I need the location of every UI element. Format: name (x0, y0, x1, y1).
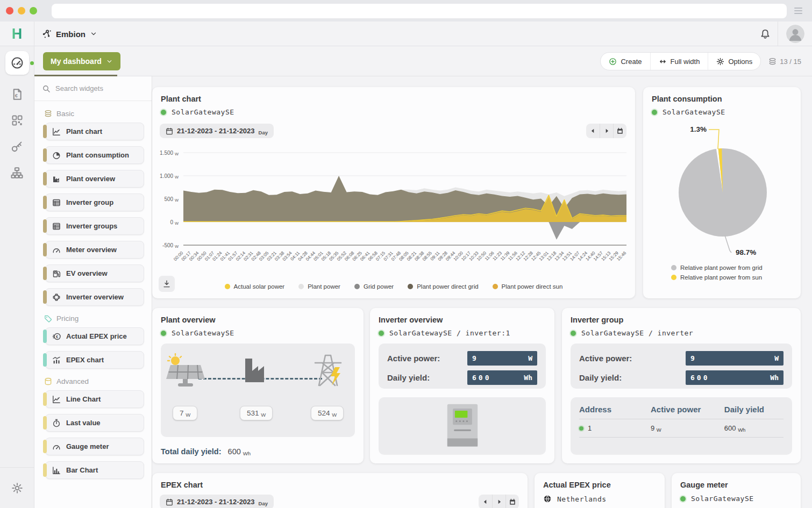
notifications-bell-icon[interactable] (753, 28, 778, 39)
chart-legend: Actual solar powerPlant powerGrid powerP… (152, 283, 635, 290)
inverter-group-widget: Inverter group SolarGatewaySE / inverter… (562, 308, 801, 463)
widget-title: Plant chart (161, 95, 201, 103)
layers3-icon (44, 110, 52, 118)
widget-item-gauge-meter[interactable]: Gauge meter (45, 438, 144, 455)
org-nodes-icon (42, 29, 52, 39)
bar-chart-icon-icon (52, 466, 61, 475)
prev-period-button[interactable] (586, 124, 600, 138)
prev-period-button[interactable] (479, 495, 492, 508)
device-name: SolarGatewaySE (172, 329, 234, 337)
dashboard-actions: Create Full width Options (600, 52, 761, 70)
gear-icon (716, 58, 724, 66)
org-switcher[interactable]: Embion (42, 22, 97, 46)
pick-date-button[interactable] (613, 124, 626, 138)
dashboard-canvas: Plant chart SolarGatewaySE 21-12-2023 - … (152, 76, 812, 508)
svg-text:€: € (56, 334, 59, 339)
next-period-button[interactable] (492, 495, 505, 508)
legend-item-plant-power-direct-sun[interactable]: Plant power direct sun (493, 283, 563, 290)
widget-sidebar: BasicPlant chartPlant consumptionPlant o… (34, 76, 152, 508)
nav-dashboard-active[interactable] (5, 51, 29, 75)
widget-item-meter-overview[interactable]: Meter overview (45, 241, 144, 259)
user-avatar[interactable] (786, 25, 804, 43)
chev-down-icon (90, 30, 97, 38)
chart-nav (479, 495, 519, 508)
settings-gear-icon[interactable] (0, 467, 34, 508)
actual-epex-price-widget: Actual EPEX price Netherlands (535, 473, 665, 508)
widget-item-plant-chart[interactable]: Plant chart (45, 123, 144, 140)
search-icon (42, 84, 51, 93)
next-period-button[interactable] (600, 124, 613, 138)
app-logo[interactable]: H (0, 22, 34, 46)
legend-item-relative-plant-power-from-grid[interactable]: Relative plant power from grid (671, 264, 763, 271)
nav-apps-icon[interactable] (11, 115, 23, 126)
plant-chart-plot: 1.500 W1.000 W500 W0 W-500 W00:0000:1700… (158, 142, 631, 274)
calendar-icon (166, 127, 173, 135)
sidebar-section-advanced: Advanced (44, 377, 152, 385)
widget-item-epex-chart[interactable]: EPEX chart (45, 351, 144, 369)
solar-panel-icon (165, 353, 206, 389)
nav-topology-icon[interactable] (11, 167, 23, 179)
meter-sm-icon (52, 246, 61, 254)
tree-icon (11, 167, 23, 179)
widget-item-inverter-overview[interactable]: Inverter overview (45, 288, 144, 306)
nodes-icon (42, 29, 52, 39)
widget-item-actual-epex-price[interactable]: €Actual EPEX price (45, 327, 144, 345)
speedo-icon (11, 56, 24, 69)
full-width-button[interactable]: Full width (650, 53, 708, 70)
legend-item-relative-plant-power-from-sun[interactable]: Relative plant power from sun (671, 274, 763, 281)
row-status-dot (579, 426, 583, 431)
chev-down-icon (106, 58, 113, 65)
status-dot (161, 331, 166, 336)
nav-active-dot (30, 61, 34, 65)
widget-item-plant-consumption[interactable]: Plant consumption (45, 146, 144, 164)
nav-rail: € (0, 46, 34, 508)
widget-item-ev-overview[interactable]: EV overview (45, 264, 144, 282)
epex-chart-widget: EPEX chart 21-12-2023 - 21-12-2023 Day (152, 473, 528, 508)
legend-item-plant-power-direct-grid[interactable]: Plant power direct grid (408, 283, 478, 290)
svg-text:98.7%: 98.7% (736, 248, 756, 256)
pie-legend: Relative plant power from gridRelative p… (671, 264, 763, 281)
db-icon (44, 377, 52, 385)
date-range-button[interactable]: 21-12-2023 - 21-12-2023 Day (160, 124, 274, 138)
pick-date-button[interactable] (505, 495, 519, 508)
widget-title: Actual EPEX price (543, 481, 611, 489)
legend-item-plant-power[interactable]: Plant power (298, 283, 340, 290)
line-chart-icon (52, 395, 61, 404)
nav-billing-icon[interactable]: € (11, 88, 23, 101)
browser-chrome (0, 0, 812, 22)
url-bar[interactable] (52, 4, 787, 18)
widget-item-inverter-group[interactable]: Inverter group (45, 194, 144, 211)
active-power-value: 9W (686, 351, 783, 366)
legend-item-grid-power[interactable]: Grid power (354, 283, 394, 290)
widget-item-inverter-groups[interactable]: Inverter groups (45, 217, 144, 235)
table-row[interactable]: 1 9 W 600 Wh (579, 419, 783, 438)
inverter-table-panel: Address Active power Daily yield 1 9 W 6… (571, 397, 792, 455)
search-input[interactable] (55, 84, 136, 92)
options-button[interactable]: Options (708, 53, 760, 70)
nav-access-icon[interactable] (11, 140, 23, 153)
region-name: Netherlands (557, 495, 607, 503)
meter-sm-icon (52, 442, 61, 451)
widget-item-plant-overview[interactable]: Plant overview (45, 170, 144, 188)
widget-item-bar-chart[interactable]: Bar Chart (45, 461, 144, 479)
my-dashboard-button[interactable]: My dashboard (43, 52, 120, 70)
minimize-window-button[interactable] (18, 7, 25, 15)
widget-item-line-chart[interactable]: Line Chart (45, 390, 144, 408)
widget-item-last-value[interactable]: Last value (45, 414, 144, 432)
layers3-icon (768, 58, 777, 66)
date-range-button[interactable]: 21-12-2023 - 21-12-2023 Day (160, 495, 274, 508)
stopwatch-icon (52, 419, 61, 427)
create-button[interactable]: Create (601, 53, 650, 70)
key-icon (11, 140, 23, 153)
tri-left-icon (589, 127, 596, 134)
close-window-button[interactable] (6, 7, 13, 15)
table-icon-icon (52, 198, 61, 207)
legend-item-actual-solar-power[interactable]: Actual solar power (225, 283, 285, 290)
total-daily-yield: Total daily yield: 600 Wh (161, 447, 251, 456)
value-label: Active power: (579, 354, 632, 363)
plant-flow-panel: 7 W 531 W 524 W (161, 344, 355, 437)
maximize-window-button[interactable] (30, 7, 37, 15)
browser-menu-icon[interactable] (794, 8, 802, 14)
ev-icon (52, 269, 61, 278)
widget-counter: 13 / 15 (768, 58, 801, 66)
